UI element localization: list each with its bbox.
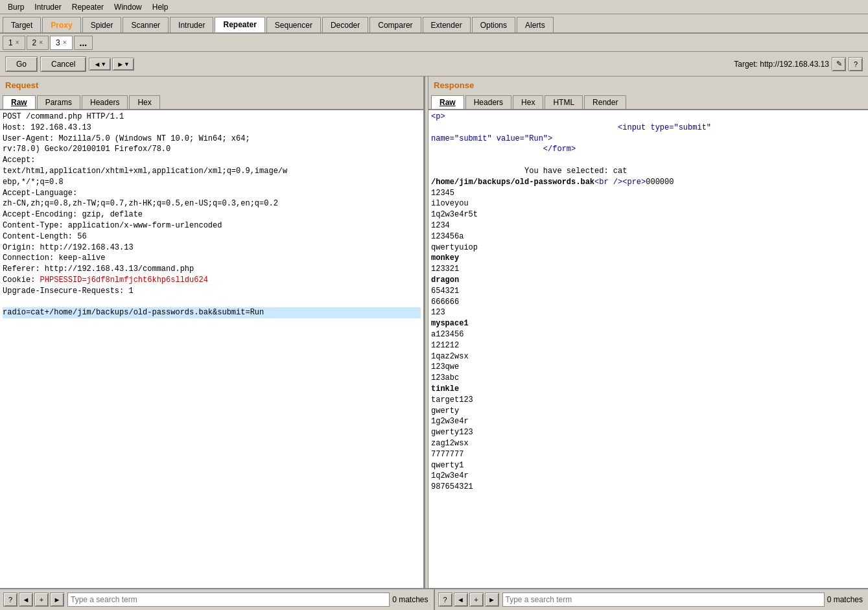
response-matches-label: 0 matches: [827, 595, 865, 604]
tab-target[interactable]: Target: [3, 17, 41, 32]
response-next-plus-btn[interactable]: +: [469, 592, 484, 607]
response-content[interactable]: <p> <input type="submit" name="submit" v…: [428, 110, 868, 588]
response-tab-hex[interactable]: Hex: [513, 95, 543, 109]
repeater-tab-more[interactable]: ...: [74, 36, 93, 50]
main-content: Request Raw Params Headers Hex POST /com…: [0, 76, 868, 588]
forward-button[interactable]: ► ▼: [112, 58, 134, 71]
request-title: Request: [0, 76, 423, 94]
request-matches-label: 0 matches: [392, 595, 430, 604]
menu-intruder[interactable]: Intruder: [29, 1, 66, 13]
edit-icon: ✎: [836, 60, 842, 68]
response-tab-render[interactable]: Render: [584, 95, 626, 109]
bottom-bar: ? ◄ + ► 0 matches ? ◄ + ► 0 matches: [0, 588, 868, 610]
tab-comparer[interactable]: Comparer: [369, 17, 421, 32]
repeater-tab-1[interactable]: 1 ×: [3, 36, 25, 50]
menu-burp[interactable]: Burp: [3, 1, 29, 13]
response-search-input[interactable]: [502, 592, 825, 607]
response-title: Response: [428, 76, 868, 94]
menu-help[interactable]: Help: [147, 1, 174, 13]
back-button[interactable]: ◄ ▼: [89, 58, 111, 71]
repeater-tab-2[interactable]: 2 ×: [27, 36, 49, 50]
main-tab-bar: Target Proxy Spider Scanner Intruder Rep…: [0, 14, 868, 34]
response-tab-raw[interactable]: Raw: [431, 95, 464, 109]
tab-alerts[interactable]: Alerts: [517, 17, 554, 32]
forward-icon: ►: [117, 60, 124, 68]
request-content[interactable]: POST /command.php HTTP/1.1 Host: 192.168…: [0, 110, 423, 588]
request-tab-hex[interactable]: Hex: [129, 95, 159, 109]
tab-extender[interactable]: Extender: [423, 17, 471, 32]
tab-scanner[interactable]: Scanner: [123, 17, 169, 32]
response-search-bar: ? ◄ + ► 0 matches: [435, 589, 869, 610]
close-tab-3-icon[interactable]: ×: [63, 39, 67, 46]
help-button[interactable]: ?: [849, 57, 863, 71]
request-tabs: Raw Params Headers Hex: [0, 94, 423, 110]
request-tab-headers[interactable]: Headers: [82, 95, 128, 109]
close-tab-2-icon[interactable]: ×: [39, 39, 43, 46]
response-prev-btn[interactable]: ◄: [454, 592, 468, 607]
tab-sequencer[interactable]: Sequencer: [266, 17, 321, 32]
repeater-tab-3[interactable]: 3 ×: [50, 36, 73, 50]
request-tab-params[interactable]: Params: [37, 95, 80, 109]
request-search-input[interactable]: [67, 592, 390, 607]
help-icon: ?: [854, 60, 858, 68]
response-panel: Response Raw Headers Hex HTML Render <p>…: [428, 76, 868, 588]
request-help-btn[interactable]: ?: [3, 592, 18, 607]
request-search-bar: ? ◄ + ► 0 matches: [0, 589, 435, 610]
response-tabs: Raw Headers Hex HTML Render: [428, 94, 868, 110]
tab-intruder[interactable]: Intruder: [170, 17, 213, 32]
response-help-btn[interactable]: ?: [438, 592, 452, 607]
tab-proxy[interactable]: Proxy: [42, 17, 80, 32]
tab-repeater[interactable]: Repeater: [215, 17, 264, 32]
cancel-button[interactable]: Cancel: [40, 56, 86, 72]
request-tab-raw[interactable]: Raw: [3, 95, 36, 109]
tab-decoder[interactable]: Decoder: [322, 17, 368, 32]
close-tab-1-icon[interactable]: ×: [16, 39, 19, 46]
request-prev-btn[interactable]: ◄: [19, 592, 33, 607]
request-panel: Request Raw Params Headers Hex POST /com…: [0, 76, 425, 588]
response-next-btn[interactable]: ►: [485, 592, 499, 607]
menu-repeater[interactable]: Repeater: [67, 1, 109, 13]
tab-spider[interactable]: Spider: [82, 17, 122, 32]
request-next-btn[interactable]: ►: [50, 592, 64, 607]
menu-bar: Burp Intruder Repeater Window Help: [0, 0, 868, 14]
edit-target-button[interactable]: ✎: [832, 57, 846, 71]
go-button[interactable]: Go: [5, 56, 38, 72]
response-tab-html[interactable]: HTML: [545, 95, 583, 109]
response-tab-headers[interactable]: Headers: [465, 95, 511, 109]
repeater-tab-bar: 1 × 2 × 3 × ...: [0, 34, 868, 52]
menu-window[interactable]: Window: [109, 1, 147, 13]
tab-options[interactable]: Options: [472, 17, 515, 32]
request-next-plus-btn[interactable]: +: [34, 592, 49, 607]
toolbar: Go Cancel ◄ ▼ ► ▼ Target: http://192.168…: [0, 52, 868, 76]
target-label: Target: http://192.168.43.13: [734, 60, 829, 69]
back-icon: ◄: [93, 60, 100, 68]
